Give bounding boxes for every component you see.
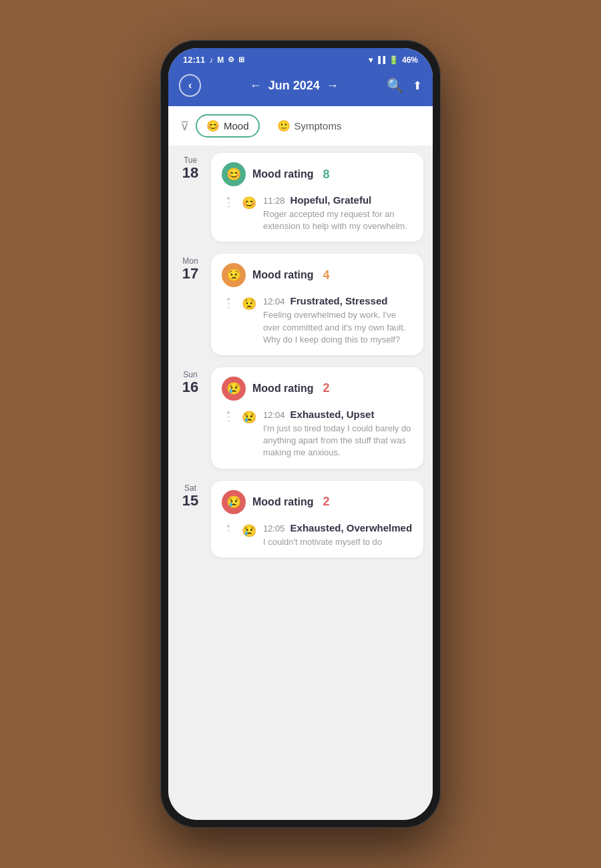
card-sun-16[interactable]: 😢 Mood rating 2 😢 12:04 (211, 367, 423, 469)
entry-sun-16: Sun 16 😢 Mood rating 2 (178, 367, 423, 469)
entry-mon-17: Mon 17 😟 Mood rating 4 (178, 254, 423, 355)
day-num-16: 16 (178, 379, 203, 395)
entry-emotion-icon-15: 😢 (242, 523, 256, 538)
day-num-18: 18 (178, 165, 203, 181)
dot-line-17 (222, 295, 235, 308)
back-chevron-icon: ‹ (188, 79, 192, 91)
card-sat-15[interactable]: 😢 Mood rating 2 😢 12:05 (211, 481, 423, 558)
dot-2 (228, 202, 230, 204)
entry-content-15: 12:05 Exhausted, Overwhelmed I couldn't … (263, 522, 413, 548)
entry-emotions-17: Frustrated, Stressed (290, 295, 388, 306)
day-label-mon-17: Mon 17 (178, 254, 203, 355)
entry-content-18: 11:28 Hopeful, Grateful Roger accepted m… (263, 194, 413, 232)
dot-7 (227, 411, 230, 414)
entry-emotion-icon-16: 😢 (242, 410, 256, 425)
dot-5 (228, 302, 230, 304)
entry-emotion-icon-17: 😟 (242, 296, 256, 311)
share-icon[interactable]: ⬆ (413, 79, 422, 93)
day-num-17: 17 (178, 266, 203, 282)
entry-detail-mon-17: 😟 12:04 Frustrated, Stressed Feeling ove… (222, 295, 413, 346)
entry-time-row-15: 12:05 Exhausted, Overwhelmed (263, 522, 413, 533)
entry-content-16: 12:04 Exhausted, Upset I'm just so tired… (263, 409, 413, 459)
day-label-tue-18: Tue 18 (178, 153, 203, 242)
phone-frame: 12:11 ♪ M ⚙ ⊞ ▾ ▐▐ 🔋 46% ‹ ← Jun 2024 → (160, 40, 441, 828)
mood-rating-value-18: 8 (323, 168, 330, 182)
entry-content-17: 12:04 Frustrated, Stressed Feeling overw… (263, 295, 413, 346)
dot-line-16 (222, 409, 235, 422)
entry-sat-15: Sat 15 😢 Mood rating 2 😢 (178, 481, 423, 558)
card-mon-17[interactable]: 😟 Mood rating 4 😟 12:04 (211, 254, 423, 355)
mood-rating-value-17: 4 (323, 268, 330, 282)
entry-emotions-15: Exhausted, Overwhelmed (290, 522, 413, 533)
mood-circle-green-18: 😊 (222, 162, 246, 186)
entry-emotions-16: Exhausted, Upset (290, 409, 375, 420)
day-label-sun-16: Sun 16 (178, 367, 203, 469)
prev-month-icon[interactable]: ← (250, 79, 262, 93)
day-name-mon: Mon (178, 256, 203, 266)
mood-rating-label-15: Mood rating (252, 496, 314, 508)
entry-detail-sat-15: 😢 12:05 Exhausted, Overwhelmed I couldn'… (222, 522, 413, 548)
mood-rating-label-17: Mood rating (252, 269, 314, 281)
email-icon: M (217, 55, 224, 65)
dot-3 (228, 206, 230, 208)
entry-note-18: Roger accepted my request for an extensi… (263, 208, 413, 232)
back-button[interactable]: ‹ (179, 74, 201, 97)
nav-center: ← Jun 2024 → (250, 79, 339, 93)
entry-time-15: 12:05 (263, 523, 285, 533)
settings-icon: ⚙ (228, 55, 234, 64)
time-display: 12:11 (183, 55, 205, 65)
wifi-icon: ▾ (369, 55, 373, 65)
symptoms-chip-label: Symptoms (294, 120, 342, 132)
mood-rating-value-15: 2 (323, 495, 330, 509)
day-name-tue: Tue (178, 156, 203, 165)
mood-rating-label-18: Mood rating (252, 168, 314, 180)
entry-detail-sun-16: 😢 12:04 Exhausted, Upset I'm just so tir… (222, 409, 413, 459)
entry-time-18: 11:28 (263, 196, 285, 206)
card-header-tue-18: 😊 Mood rating 8 (222, 162, 413, 186)
dot-line-15 (222, 522, 235, 531)
mood-chip-label: Mood (224, 120, 249, 132)
battery-icon: 🔋 (389, 55, 399, 65)
entry-time-row-18: 11:28 Hopeful, Grateful (263, 194, 413, 206)
dot-6 (228, 306, 230, 308)
calendar-icon: ⊞ (238, 55, 244, 64)
dot-4 (227, 298, 230, 300)
entry-time-16: 12:04 (263, 410, 285, 420)
signal-icon: ▐▐ (376, 56, 385, 63)
card-tue-18[interactable]: 😊 Mood rating 8 😊 11:28 (211, 153, 423, 242)
mood-rating-value-16: 2 (323, 381, 330, 395)
entry-time-17: 12:04 (263, 296, 285, 306)
dot-11 (228, 529, 230, 531)
symptoms-chip-emoji: 🙂 (277, 120, 290, 132)
card-header-sat-15: 😢 Mood rating 2 (222, 490, 413, 514)
entry-note-16: I'm just so tired today I could barely d… (263, 423, 413, 459)
battery-level: 46% (402, 55, 418, 65)
nav-right: 🔍 ⬆ (387, 77, 422, 93)
card-header-mon-17: 😟 Mood rating 4 (222, 263, 413, 287)
mood-filter-chip[interactable]: 😊 Mood (196, 114, 260, 138)
mood-chip-emoji: 😊 (206, 120, 220, 132)
entry-time-row-17: 12:04 Frustrated, Stressed (263, 295, 413, 306)
entry-tue-18: Tue 18 😊 Mood rating 8 (178, 153, 423, 242)
day-name-sun: Sun (178, 370, 203, 379)
mood-rating-label-16: Mood rating (252, 383, 314, 395)
entry-note-17: Feeling overwhelmed by work, I've over c… (263, 309, 413, 346)
day-name-sat: Sat (178, 483, 203, 493)
status-right-icons: ▾ ▐▐ 🔋 46% (369, 55, 418, 65)
mood-circle-red-15: 😢 (222, 490, 246, 514)
dot-1 (227, 197, 230, 200)
nav-header: ‹ ← Jun 2024 → 🔍 ⬆ (168, 69, 433, 106)
card-header-sun-16: 😢 Mood rating 2 (222, 377, 413, 401)
search-icon[interactable]: 🔍 (387, 77, 403, 93)
mood-circle-orange-17: 😟 (222, 263, 246, 287)
next-month-icon[interactable]: → (327, 79, 339, 93)
day-label-sat-15: Sat 15 (178, 481, 203, 558)
dot-10 (227, 525, 230, 527)
filter-icon[interactable]: ⊽ (180, 119, 189, 134)
mood-circle-red-16: 😢 (222, 377, 246, 401)
month-label: Jun 2024 (268, 79, 320, 93)
entries-scroll-area[interactable]: Tue 18 😊 Mood rating 8 (168, 146, 433, 820)
phone-screen: 12:11 ♪ M ⚙ ⊞ ▾ ▐▐ 🔋 46% ‹ ← Jun 2024 → (168, 48, 433, 820)
day-num-15: 15 (178, 493, 203, 509)
symptoms-filter-chip[interactable]: 🙂 Symptoms (266, 114, 353, 138)
